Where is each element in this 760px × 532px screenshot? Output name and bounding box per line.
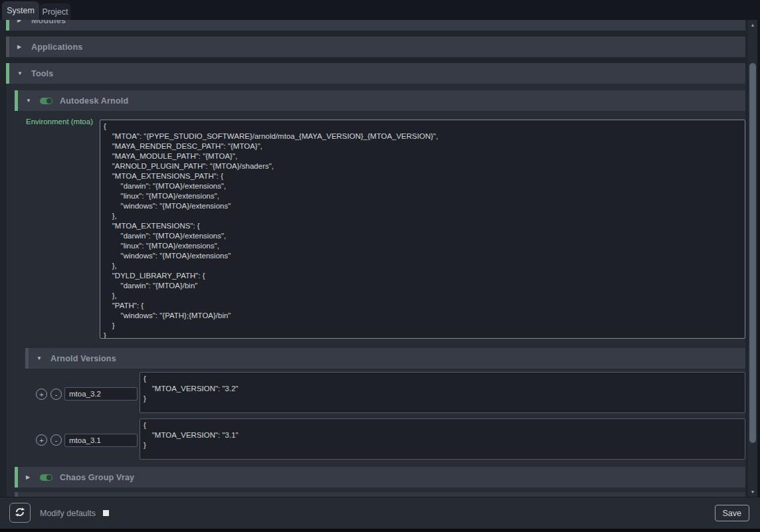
- add-item-button[interactable]: +: [36, 389, 47, 400]
- section-title: Applications: [31, 43, 82, 52]
- scrollbar-thumb[interactable]: [749, 63, 756, 443]
- arnold-enabled-toggle-icon[interactable]: [40, 98, 52, 104]
- tab-project[interactable]: Project: [40, 3, 70, 20]
- toggle-knob: [47, 98, 52, 104]
- section-title: Chaos Group Vray: [60, 473, 134, 482]
- tab-system[interactable]: System: [2, 1, 39, 20]
- arnold-version-value-textarea[interactable]: { "MTOA_VERSION": "3.2" }: [140, 372, 745, 413]
- vray-enabled-toggle-icon[interactable]: [40, 474, 52, 481]
- section-header-tools[interactable]: ▼ Tools: [6, 63, 745, 84]
- section-title: Arnold Versions: [50, 354, 116, 363]
- chevron-down-icon: ▼: [17, 70, 24, 76]
- toggle-knob: [47, 475, 52, 480]
- section-header-autodesk-arnold[interactable]: ▼ Autodesk Arnold: [15, 90, 745, 111]
- section-title: Modules: [31, 20, 66, 25]
- modify-defaults-label: Modify defaults: [40, 509, 96, 518]
- scroll-up-icon[interactable]: ▲: [748, 23, 757, 27]
- chevron-right-icon: ▶: [17, 20, 24, 23]
- section-header-chaos-group-vray[interactable]: ▶ Chaos Group Vray: [15, 467, 745, 488]
- window-bottom-edge: [0, 529, 760, 532]
- modify-defaults-checkbox[interactable]: [103, 510, 109, 516]
- chevron-right-icon: ▶: [26, 474, 33, 480]
- add-item-button[interactable]: +: [36, 434, 47, 446]
- remove-item-button[interactable]: -: [50, 389, 62, 400]
- next-section-partial[interactable]: [15, 492, 745, 497]
- refresh-icon: [14, 506, 26, 520]
- remove-item-button[interactable]: -: [50, 434, 62, 446]
- arnold-version-key-input[interactable]: [64, 387, 138, 400]
- tab-bar: System Project: [0, 0, 760, 20]
- section-title: Tools: [31, 69, 53, 78]
- footer-bar: Modify defaults Save: [0, 497, 760, 529]
- vertical-scrollbar[interactable]: ▲ ▼: [748, 20, 757, 497]
- environment-mtoa-label: Environment (mtoa): [7, 118, 93, 126]
- settings-scroll-area: ▶ Modules ▶ Applications ▼ Tools ▼ Autod…: [0, 20, 748, 497]
- environment-mtoa-textarea[interactable]: { "MTOA": "{PYPE_STUDIO_SOFTWARE}/arnold…: [100, 120, 745, 339]
- chevron-down-icon: ▼: [26, 98, 33, 104]
- chevron-right-icon: ▶: [17, 44, 24, 50]
- section-header-arnold-versions[interactable]: ▼ Arnold Versions: [25, 348, 745, 369]
- section-title: Autodesk Arnold: [60, 96, 128, 106]
- chevron-down-icon: ▼: [37, 355, 43, 361]
- section-header-modules[interactable]: ▶ Modules: [6, 20, 745, 31]
- section-header-applications[interactable]: ▶ Applications: [6, 37, 745, 57]
- scroll-down-icon[interactable]: ▼: [748, 489, 757, 494]
- arnold-version-value-textarea[interactable]: { "MTOA_VERSION": "3.1" }: [140, 418, 745, 460]
- arnold-version-key-input[interactable]: [64, 434, 138, 447]
- save-button[interactable]: Save: [715, 505, 750, 521]
- settings-window: System Project ▶ Modules ▶ Applications …: [0, 0, 760, 532]
- refresh-button[interactable]: [9, 503, 31, 523]
